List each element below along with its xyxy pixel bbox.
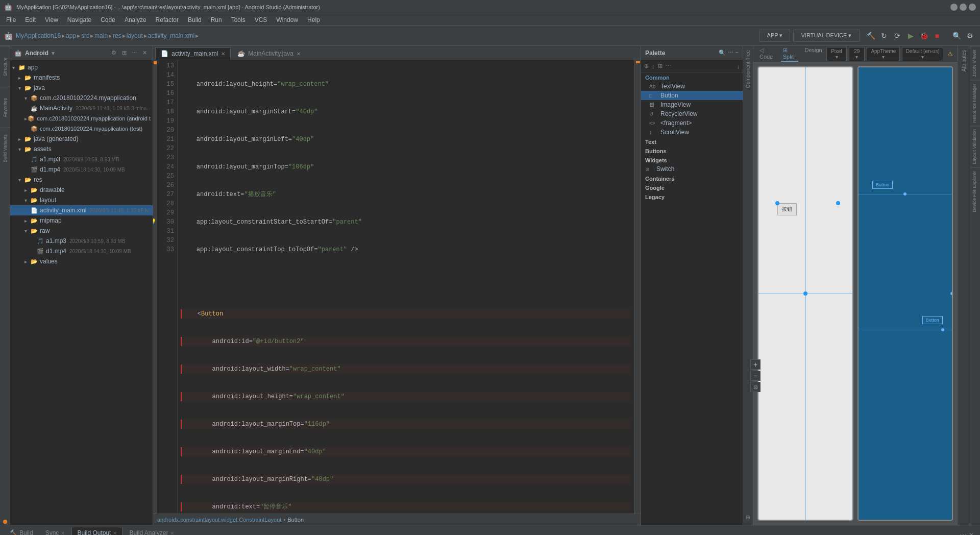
maximize-button[interactable] <box>960 4 967 11</box>
palette-cat-legacy[interactable]: Legacy <box>641 192 743 201</box>
menu-analyze[interactable]: Analyze <box>120 15 151 25</box>
code-content[interactable]: android:layout_height="wrap_content" and… <box>178 60 634 514</box>
collapse-icon[interactable]: ✕ <box>140 49 149 57</box>
layout-icon[interactable]: ⊞ <box>120 49 128 57</box>
sync-btn[interactable]: ↻ <box>878 30 890 42</box>
bc-src[interactable]: src <box>81 32 89 39</box>
menu-edit[interactable]: Edit <box>21 15 40 25</box>
menu-refactor[interactable]: Refactor <box>152 15 183 25</box>
menu-code[interactable]: Code <box>96 15 119 25</box>
tree-item-d1mp4-1[interactable]: 🎬 d1.mp4 2020/5/18 14:30, 10.09 MB <box>10 164 153 175</box>
bottom-tab-build-output[interactable]: Build Output ✕ <box>71 527 122 535</box>
tree-item-mipmap[interactable]: ▸ 📂 mipmap <box>10 215 153 226</box>
tree-item-manifests[interactable]: ▸ 📂 manifests <box>10 72 153 83</box>
menu-navigate[interactable]: Navigate <box>63 15 95 25</box>
palette-cat-common[interactable]: Common <box>641 72 743 82</box>
tree-item-d1mp4-2[interactable]: 🎬 d1.mp4 2020/5/18 14:30, 10.09 MB <box>10 246 153 256</box>
build-btn[interactable]: 🔨 <box>865 30 877 42</box>
component-expand-icon[interactable]: ⊕ <box>746 514 750 521</box>
editor-scrollbar[interactable] <box>634 60 641 514</box>
zoom-in-btn[interactable]: + <box>750 359 761 370</box>
palette-item-imageview[interactable]: 🖼 ImageView <box>641 100 743 109</box>
layout-constraint-label[interactable]: androidx.constraintlayout.widget.Constra… <box>157 517 281 523</box>
menu-help[interactable]: Help <box>303 15 324 25</box>
sync-close-btn[interactable]: ✕ <box>61 530 65 536</box>
rpt-layout-validation[interactable]: Layout Validation <box>970 126 980 167</box>
attributes-label[interactable]: Attributes <box>961 46 967 76</box>
bottom-tab-build[interactable]: 🔨 Build <box>4 527 39 535</box>
bc-res[interactable]: res <box>113 32 121 39</box>
tree-item-res[interactable]: ▾ 📂 res <box>10 175 153 185</box>
palette-cat-containers[interactable]: Containers <box>641 174 743 183</box>
gear-icon[interactable]: ⚙ <box>110 49 118 57</box>
bc-myapp[interactable]: MyApplication16 <box>16 32 61 39</box>
palette-cat-buttons[interactable]: Buttons <box>641 146 743 155</box>
lpt-structure[interactable]: Structure <box>0 46 10 87</box>
bottom-more-btn[interactable]: ⋯ <box>960 531 967 535</box>
tree-item-raw[interactable]: ▾ 📂 raw <box>10 226 153 236</box>
palette-search-icon[interactable]: 🔍 <box>719 50 726 56</box>
tree-item-a1mp3-1[interactable]: 🎵 a1.mp3 2020/8/9 10:59, 8.93 MB <box>10 154 153 164</box>
tab-close-mainactivity[interactable]: ✕ <box>297 51 301 57</box>
bottom-close-btn[interactable]: ✕ <box>969 531 974 535</box>
palette-item-recyclerview[interactable]: ↺ RecyclerView <box>641 109 743 118</box>
bc-layout[interactable]: layout <box>127 32 143 39</box>
rpt-json-viewer[interactable]: JSON Viewer <box>970 46 980 80</box>
menu-file[interactable]: File <box>2 15 20 25</box>
tree-item-activity-main[interactable]: 📄 activity_main.xml 2020/8/9 11:45, 1.32… <box>10 205 153 215</box>
rpt-device-file-explorer[interactable]: Device File Explorer <box>970 167 980 215</box>
palette-more-icon[interactable]: ⋯ <box>728 50 733 56</box>
bottom-tab-build-analyzer[interactable]: Build Analyzer ✕ <box>124 527 180 535</box>
tab-activity-main[interactable]: 📄 activity_main.xml ✕ <box>155 47 231 60</box>
design-tab-code[interactable]: ◁ Code <box>757 46 777 62</box>
component-tree-label[interactable]: Component Tree <box>745 46 751 92</box>
zoom-out-btn[interactable]: − <box>750 371 761 381</box>
tab-mainactivity[interactable]: ☕ MainActivity.java ✕ <box>232 47 306 60</box>
menu-build[interactable]: Build <box>184 15 206 25</box>
tree-item-java[interactable]: ▾ 📂 java <box>10 83 153 93</box>
tree-item-drawable[interactable]: ▸ 📂 drawable <box>10 185 153 195</box>
lpt-build-variants[interactable]: Build Variants <box>0 128 10 168</box>
build-analyzer-close-btn[interactable]: ✕ <box>170 530 174 536</box>
palette-btn-2[interactable]: ↕ <box>651 62 656 70</box>
menu-window[interactable]: Window <box>272 15 302 25</box>
palette-cat-text[interactable]: Text <box>641 137 743 146</box>
palette-cat-google[interactable]: Google <box>641 183 743 192</box>
bc-main[interactable]: main <box>94 32 108 39</box>
debug-btn[interactable]: 🐞 <box>918 30 930 42</box>
rpt-resource-manager[interactable]: Resource Manager <box>970 80 980 126</box>
theme-selector[interactable]: AppTheme ▾ <box>867 47 900 61</box>
menu-view[interactable]: View <box>41 15 62 25</box>
warning-icon[interactable]: ⚠ <box>947 51 953 58</box>
button-label[interactable]: Button <box>287 517 304 523</box>
tree-item-mainactivity[interactable]: ☕ MainActivity 2020/8/9 11:41, 1.09 kB 3… <box>10 103 153 113</box>
palette-item-textview[interactable]: Ab TextView <box>641 82 743 91</box>
run-config-dropdown[interactable]: APP ▾ <box>760 30 790 42</box>
palette-item-fragment[interactable]: <> <fragment> <box>641 118 743 128</box>
tree-item-a1mp3-2[interactable]: 🎵 a1.mp3 2020/8/9 10:59, 8.93 MB <box>10 236 153 246</box>
tree-item-assets[interactable]: ▾ 📂 assets <box>10 144 153 154</box>
palette-item-button[interactable]: □ Button <box>641 91 743 100</box>
menu-run[interactable]: Run <box>207 15 226 25</box>
tree-item-pkg2[interactable]: ▸ 📦 com.c201801020224.myapplication (and… <box>10 113 153 124</box>
palette-btn-4[interactable]: ⋯ <box>665 62 672 70</box>
palette-item-switch[interactable]: ⊘ Switch <box>641 164 743 174</box>
palette-btn-3[interactable]: ⊞ <box>657 62 664 70</box>
settings-btn[interactable]: ⚙ <box>964 30 976 42</box>
tree-item-java-gen[interactable]: ▸ 📂 java (generated) <box>10 134 153 144</box>
palette-item-scrollview[interactable]: ↕ ScrollView <box>641 128 743 137</box>
stop-btn[interactable]: ■ <box>931 30 943 42</box>
menu-vcs[interactable]: VCS <box>251 15 272 25</box>
tree-item-app[interactable]: ▾ 📁 app <box>10 62 153 72</box>
build-output-close-btn[interactable]: ✕ <box>113 530 117 536</box>
tab-close-activity-main[interactable]: ✕ <box>221 51 225 57</box>
tree-item-pkg3[interactable]: 📦 com.c201801020224.myapplication (test) <box>10 124 153 134</box>
more-icon[interactable]: ⋯ <box>130 49 138 57</box>
palette-minus-icon[interactable]: − <box>736 50 739 56</box>
search-everywhere-btn[interactable]: 🔍 <box>950 30 963 42</box>
minimize-button[interactable] <box>950 4 958 11</box>
tree-item-pkg1[interactable]: ▾ 📦 com.c201801020224.myapplication <box>10 93 153 103</box>
bottom-tab-sync[interactable]: Sync ✕ <box>40 527 71 535</box>
menu-tools[interactable]: Tools <box>227 15 250 25</box>
palette-btn-5[interactable]: ↓ <box>736 62 741 70</box>
